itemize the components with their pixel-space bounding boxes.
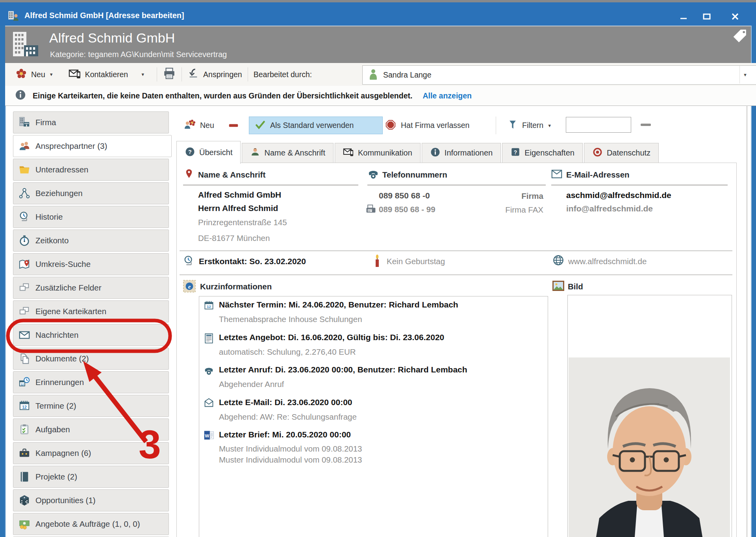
kurzinfo-item-title: Letzter Anruf: Di. 23.06.2020 00:00, Ben…: [219, 365, 467, 374]
filtern-button[interactable]: Filtern ▼: [507, 117, 552, 134]
close-button[interactable]: [724, 5, 747, 28]
anspringen-button[interactable]: Anspringen: [187, 68, 242, 81]
tab-datenschutz[interactable]: Datenschutz: [584, 143, 659, 163]
extra-fields-icon: [19, 282, 30, 294]
print-button[interactable]: [163, 67, 176, 82]
phones-heading: Telefonnummern: [382, 170, 447, 180]
toolbar-separator: [182, 67, 182, 81]
record-header: Alfred Schmid GmbH Kategorie: teganem AG…: [5, 26, 751, 63]
contact-envelope-icon: [69, 68, 81, 81]
kurzinfo-item-sub: automatisch: Schulung, 2.276,40 EUR: [219, 347, 356, 357]
street: Prinzregentenstraße 145: [198, 218, 287, 227]
contact-photo: [569, 357, 730, 537]
tab-informationen[interactable]: Informationen: [422, 143, 501, 163]
svg-text:12: 12: [207, 305, 211, 309]
new-contact-icon: [183, 118, 196, 132]
window-inner-edge: [747, 106, 747, 537]
emails-heading: E-Mail-Adressen: [566, 170, 630, 180]
chevron-down-icon: ▼: [743, 72, 747, 77]
alle-anzeigen-link[interactable]: Alle anzeigen: [422, 91, 472, 100]
map-pin-icon: [19, 258, 30, 270]
funnel-icon: [507, 119, 518, 132]
sidebar-item-unteradressen[interactable]: Unteradressen: [13, 159, 169, 181]
kontaktieren-dropdown[interactable]: ▼: [141, 72, 145, 77]
sidebar-item-firma[interactable]: Firma: [13, 111, 169, 133]
email-secondary: info@alfredschmid.de: [566, 204, 653, 213]
kontaktieren-button[interactable]: Kontaktieren: [69, 68, 128, 81]
minimize-button[interactable]: [672, 5, 695, 28]
sidebar-item-termine[interactable]: 12Termine (2): [13, 395, 169, 417]
sidebar-item-historie[interactable]: Historie: [13, 206, 169, 228]
kurzinfo-item-title: Nächster Termin: Mi. 24.06.2020, Benutze…: [219, 300, 458, 309]
history-icon: [19, 211, 30, 223]
stopwatch-icon: [19, 235, 30, 246]
sidebar-item-eigene-karteikarten[interactable]: Eigene Karteikarten: [13, 300, 169, 322]
sidebar-item-angebote-auftraege[interactable]: Angebote & Aufträge (1, 0, 0): [13, 513, 169, 535]
tab-kommunikation[interactable]: Kommunikation: [335, 143, 421, 163]
reminder-icon: 12: [19, 376, 30, 388]
sidebar-item-dokumente[interactable]: Dokumente (2): [13, 348, 169, 370]
word-icon: W: [204, 430, 214, 442]
help-square-icon: ?: [510, 147, 521, 159]
remove-contact-button[interactable]: [228, 120, 239, 133]
pawn-icon: [368, 69, 378, 82]
sidebar-item-label: Opportunities (1): [35, 496, 96, 505]
record-category: Kategorie: teganem AG\Kunden\mit Service…: [50, 50, 227, 59]
sidebar-item-label: Eigene Karteikarten: [35, 307, 106, 316]
sidebar-item-ansprechpartner[interactable]: Ansprechpartner (3): [13, 135, 172, 157]
sidebar-item-opportunities[interactable]: Opportunities (1): [13, 489, 169, 511]
kurzinfo-item-sub: Muster Individualmodul vom 09.08.2013: [219, 444, 362, 454]
editor-combobox[interactable]: Sandra Lange: [362, 65, 756, 85]
contact-envelope-icon: [343, 147, 354, 159]
sidebar-item-label: Beziehungen: [35, 189, 83, 198]
tab-strip: ?Übersicht Name & Anschrift Kommunikatio…: [176, 141, 660, 163]
tab-uebersicht[interactable]: ?Übersicht: [176, 141, 241, 164]
fax-label: Firma FAX: [472, 205, 543, 215]
sidebar-item-zusaetzliche-felder[interactable]: Zusätzliche Felder: [13, 277, 169, 299]
tag-icon[interactable]: [730, 28, 749, 46]
toolbar-separator: [248, 67, 248, 81]
sidebar-item-beziehungen[interactable]: Beziehungen: [13, 182, 169, 204]
filter-input[interactable]: [566, 117, 631, 133]
editor-combobox-chevron[interactable]: ▼: [739, 66, 750, 83]
sidebar-item-nachrichten[interactable]: Nachrichten: [13, 324, 169, 346]
sidebar-item-erinnerungen[interactable]: 12Erinnerungen: [13, 371, 169, 393]
svg-text:?: ?: [188, 148, 192, 155]
als-standard-button[interactable]: Als Standard verwenden: [249, 117, 383, 134]
tab-eigenschaften[interactable]: ?Eigenschaften: [502, 143, 583, 163]
kurzinfo-item-title: Letztes Angebot: Di. 16.06.2020, Gültig …: [219, 333, 444, 342]
kurzinfo-item-sub: Muster Individualmodul vom 09.08.2013: [219, 455, 362, 465]
stop-octagon-icon: [385, 119, 397, 132]
sidebar-item-umkreis-suche[interactable]: Umkreis-Suche: [13, 253, 169, 275]
tab-name-anschrift[interactable]: Name & Anschrift: [242, 143, 334, 163]
kurzinfo-icon: e: [183, 280, 196, 294]
help-circle-icon: ?: [185, 146, 195, 159]
sidebar-item-label: Aufgaben: [35, 425, 70, 434]
birthday-text: Kein Geburtstag: [387, 257, 445, 266]
sidebar-item-label: Erinnerungen: [35, 378, 84, 387]
collapse-dash-button[interactable]: [641, 124, 651, 126]
sidebar-item-zeitkonto[interactable]: Zeitkonto: [13, 230, 169, 252]
sidebar-item-label: Kampagnen (6): [35, 448, 91, 458]
neu-button[interactable]: Neu ▼: [15, 68, 54, 81]
custom-cards-icon: [19, 306, 30, 317]
hat-firma-verlassen-button[interactable]: Hat Firma verlassen: [385, 117, 469, 134]
app-icon: [7, 9, 20, 24]
sidebar-item-projekte[interactable]: Projekte (2): [13, 466, 169, 488]
sidebar-item-label: Dokumente (2): [35, 354, 89, 363]
documents-icon: [19, 353, 30, 365]
person-icon: [250, 147, 260, 159]
building-icon: [19, 117, 30, 128]
info-circle-icon: [430, 147, 441, 159]
sidebar-item-label: Zusätzliche Felder: [35, 283, 101, 293]
first-contact: Erstkontakt: So. 23.02.2020: [199, 257, 306, 266]
maximize-button[interactable]: [695, 5, 718, 28]
neu-contact-button[interactable]: Neu: [183, 118, 214, 132]
fax-number: 089 850 68 - 99: [379, 205, 435, 214]
title-bar[interactable]: Alfred Schmid GmbH [Adresse bearbeiten]: [0, 2, 756, 26]
sidebar-item-label: Unteradressen: [35, 165, 88, 174]
sidebar: Firma Ansprechpartner (3) Unteradressen …: [13, 111, 169, 537]
contact-name: Herrn Alfred Schmid: [198, 204, 278, 213]
briefcase-icon: [19, 447, 30, 459]
kurzinfo-item-sub: Abgehend: AW: Re: Schulungsanfrage: [219, 412, 357, 422]
